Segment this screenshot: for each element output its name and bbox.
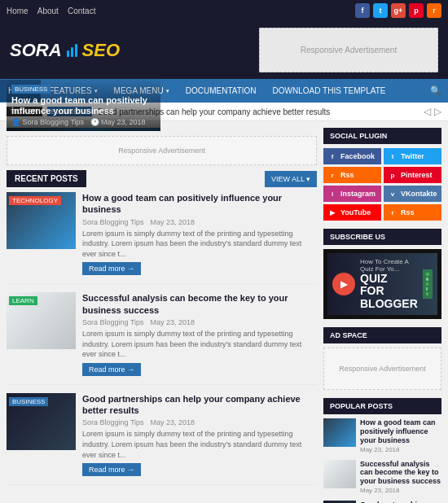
sidebar: SOCIAL PLUGIN f Facebook t Twitter r Rss… (323, 128, 441, 503)
logo[interactable]: SORA SEO (10, 40, 120, 61)
chart-bar-3 (426, 282, 428, 286)
post-2-badge: LEARN (9, 296, 37, 305)
post-3-date: May 23, 2018 (151, 418, 195, 426)
logo-bars (67, 44, 77, 57)
google-icon[interactable]: g+ (391, 3, 406, 18)
social-pinterest-btn[interactable]: p Pinterest (384, 167, 441, 183)
quiz-banner: ▶ How To Create A Quiz For Yo... QUIZFOR… (327, 253, 437, 315)
facebook-icon[interactable]: f (355, 3, 370, 18)
ticker-prev-icon[interactable]: ◁ (424, 106, 431, 117)
featured-right-cards: BUSINESS Successful analysis can become … (164, 128, 318, 131)
featured-main-overlay: BUSINESS How a good team can positively … (7, 78, 160, 131)
post-1-meta: Sora Blogging Tips May 23, 2018 (82, 218, 317, 226)
contact-link[interactable]: Contact (68, 7, 95, 15)
quiz-logo-icon: ▶ (332, 273, 355, 295)
twitter-icon: t (388, 151, 397, 161)
post-2-read-more[interactable]: Read more → (82, 363, 141, 376)
post-2-thumb: LEARN (7, 292, 76, 349)
social-facebook-btn[interactable]: f Facebook (323, 148, 381, 164)
popular-item-2: Successful analysis can become the key t… (323, 460, 441, 494)
post-3-read-more[interactable]: Read more → (82, 463, 141, 476)
popular-2-thumb (323, 460, 356, 488)
post-3-author: Sora Blogging Tips (82, 418, 144, 426)
nav-download[interactable]: DOWNLOAD THIS TEMPLATE (265, 80, 394, 102)
popular-item-1: How a good team can positively influence… (323, 418, 441, 453)
ticker-next-icon[interactable]: ▷ (434, 106, 441, 117)
social-plugin-section: SOCIAL PLUGIN f Facebook t Twitter r Rss… (323, 128, 441, 221)
post-1-excerpt: Lorem ipsum is simply dummy text of the … (82, 229, 317, 260)
post-2-author: Sora Blogging Tips (82, 318, 144, 326)
rss-icon[interactable]: r (427, 3, 441, 18)
post-2-badge-wrap: LEARN (9, 295, 37, 307)
top-bar-social: f t g+ p r (355, 3, 441, 18)
pinterest-icon: p (388, 170, 397, 180)
subscribe-title: SUBSCRIBE US (323, 229, 441, 245)
nav-documentation[interactable]: DOCUMENTATION (178, 80, 265, 102)
social-rss-btn[interactable]: r Rss (323, 167, 381, 183)
post-item-3: BUSINESS Good partnerships can help your… (7, 393, 317, 485)
chevron-down-icon: ▾ (166, 88, 169, 94)
post-1-thumb: TECHNOLOGY (7, 192, 76, 249)
post-3-title[interactable]: Good partnerships can help your company … (82, 393, 317, 417)
post-1-read-more[interactable]: Read more → (82, 262, 141, 275)
social-youtube-btn[interactable]: ▶ YouTube (323, 204, 381, 221)
post-2-body: Successful analysis can become the key t… (82, 292, 317, 375)
post-1-author: Sora Blogging Tips (82, 218, 144, 226)
popular-posts-section: POPULAR POSTS How a good team can positi… (323, 398, 441, 503)
post-item-2: LEARN Successful analysis can become the… (7, 292, 317, 384)
ad-space-section: AD SPACE Responsive Advertisement (323, 327, 441, 390)
post-1-title[interactable]: How a good team can positively influence… (82, 192, 317, 216)
popular-posts-title: POPULAR POSTS (323, 398, 441, 414)
social-twitter-btn[interactable]: t Twitter (384, 148, 441, 164)
post-2-date: May 23, 2018 (151, 318, 195, 326)
popular-2-title[interactable]: Successful analysis can become the key t… (360, 460, 441, 486)
post-3-body: Good partnerships can help your company … (82, 393, 317, 476)
quiz-icon: ▶ (332, 273, 355, 295)
social-grid: f Facebook t Twitter r Rss p Pinterest i (323, 148, 441, 221)
rss2-icon: r (388, 208, 397, 217)
home-link[interactable]: Home (7, 7, 29, 15)
popular-1-title[interactable]: How a good team can positively influence… (360, 418, 441, 444)
view-all-button[interactable]: VIEW ALL ▾ (265, 171, 317, 187)
ad-space-banner: Responsive Advertisement (323, 348, 441, 390)
popular-2-body: Successful analysis can become the key t… (360, 460, 441, 494)
recent-posts-title: RECENT POSTS (7, 170, 86, 187)
recent-posts-header: RECENT POSTS VIEW ALL ▾ (7, 170, 317, 187)
social-vkontakte-btn[interactable]: v VKontakte (384, 186, 441, 202)
featured-main-title: How a good team can positively influence… (11, 95, 156, 116)
bar2 (71, 47, 73, 57)
social-plugin-title: SOCIAL PLUGIN (323, 128, 441, 144)
search-icon[interactable]: 🔍 (424, 79, 448, 103)
chart-bar-4 (426, 287, 428, 291)
content-ad-banner: Responsive Advertisement (7, 136, 317, 165)
popular-1-body: How a good team can positively influence… (360, 418, 441, 453)
logo-sora: SORA (10, 40, 62, 61)
post-2-meta: Sora Blogging Tips May 23, 2018 (82, 318, 317, 326)
post-3-excerpt: Lorem ipsum is simply dummy text of the … (82, 429, 317, 460)
logo-seo: SEO (82, 40, 120, 61)
youtube-icon: ▶ (327, 208, 337, 217)
featured-main-meta: 👤 Sora Blogging Tips 🕐 May 23, 2018 (11, 118, 156, 126)
post-2-title[interactable]: Successful analysis can become the key t… (82, 292, 317, 316)
social-rss2-btn[interactable]: r Rss (384, 204, 441, 221)
popular-1-thumb (323, 418, 356, 447)
facebook-icon: f (327, 151, 337, 161)
featured-grid: 👥 BUSINESS How a good team can positivel… (7, 128, 317, 131)
date-icon: 🕐 (90, 118, 99, 126)
bar1 (67, 50, 69, 57)
ticker-controls: ◁ ▷ (424, 106, 441, 117)
twitter-icon[interactable]: t (373, 3, 388, 18)
chart-bar-2 (426, 278, 428, 281)
instagram-icon: i (327, 189, 337, 199)
main-wrapper: 👥 BUSINESS How a good team can positivel… (0, 121, 448, 503)
pinterest-icon[interactable]: p (409, 3, 424, 18)
subscribe-section: SUBSCRIBE US ▶ How To Create A Quiz For … (323, 229, 441, 319)
top-bar: Home About Contact f t g+ p r (0, 0, 448, 21)
subscribe-box: ▶ How To Create A Quiz For Yo... QUIZFOR… (323, 249, 441, 319)
post-item-1: TECHNOLOGY How a good team can positivel… (7, 192, 317, 284)
about-link[interactable]: About (37, 7, 59, 15)
featured-main-post[interactable]: 👥 BUSINESS How a good team can positivel… (7, 128, 160, 131)
featured-main-badge: BUSINESS (11, 85, 51, 94)
post-1-badge: TECHNOLOGY (9, 196, 61, 205)
social-instagram-btn[interactable]: i Instagram (323, 186, 381, 202)
